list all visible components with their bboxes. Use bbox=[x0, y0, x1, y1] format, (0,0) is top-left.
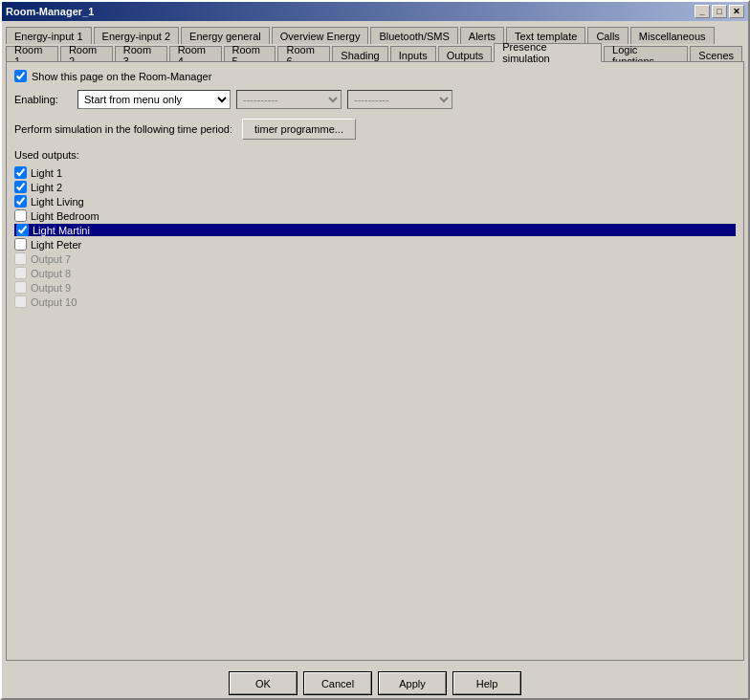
list-item: Output 7 bbox=[14, 252, 736, 265]
tab-energy-input-1[interactable]: Energy-input 1 bbox=[6, 27, 92, 44]
tab-overview-energy[interactable]: Overview Energy bbox=[272, 27, 369, 44]
list-item: Output 8 bbox=[14, 267, 736, 279]
list-item: Light Martini bbox=[14, 224, 736, 236]
output-checkbox-light-bedroom[interactable] bbox=[14, 209, 27, 222]
cancel-button[interactable]: Cancel bbox=[304, 672, 371, 694]
output-checkbox-output-9[interactable] bbox=[14, 281, 27, 294]
output-checkbox-output-8[interactable] bbox=[14, 267, 27, 279]
ok-button[interactable]: OK bbox=[230, 672, 297, 694]
show-page-row: Show this page on the Room-Manager bbox=[14, 70, 736, 82]
output-checkbox-light-2[interactable] bbox=[14, 181, 27, 193]
timer-programme-button[interactable]: timer programme... bbox=[242, 119, 356, 140]
time-period-row: Perform simulation in the following time… bbox=[14, 119, 736, 140]
output-label: Light Bedroom bbox=[31, 210, 99, 222]
show-page-checkbox[interactable] bbox=[14, 70, 27, 82]
enabling-row: Enabling: Start from menu onlyAlwaysFrom… bbox=[14, 90, 736, 109]
time-period-text: Perform simulation in the following time… bbox=[14, 123, 232, 135]
output-label: Light Living bbox=[31, 196, 84, 208]
outputs-list: Light 1Light 2Light LivingLight BedroomL… bbox=[14, 166, 736, 310]
output-checkbox-output-10[interactable] bbox=[14, 295, 27, 308]
content-area: Energy-input 1Energy-input 2Energy gener… bbox=[2, 21, 748, 665]
list-item: Light 1 bbox=[14, 166, 736, 179]
output-checkbox-light-martini[interactable] bbox=[16, 224, 29, 236]
list-item: Light 2 bbox=[14, 181, 736, 193]
maximize-button[interactable]: □ bbox=[712, 5, 727, 18]
output-label: Light Peter bbox=[31, 239, 81, 251]
output-checkbox-light-1[interactable] bbox=[14, 166, 27, 179]
close-button[interactable]: ✕ bbox=[729, 5, 744, 18]
output-label: Output 8 bbox=[31, 268, 71, 279]
tab-alerts[interactable]: Alerts bbox=[460, 27, 504, 44]
enabling-dropdown-3[interactable]: ---------- bbox=[347, 90, 452, 109]
output-label: Light 1 bbox=[31, 167, 62, 179]
output-label: Output 10 bbox=[31, 296, 77, 308]
minimize-button[interactable]: _ bbox=[695, 5, 710, 18]
tab-miscellaneous[interactable]: Miscellaneous bbox=[630, 27, 715, 44]
enabling-dropdown-2[interactable]: ---------- bbox=[236, 90, 342, 109]
show-page-label: Show this page on the Room-Manager bbox=[32, 71, 211, 82]
output-label: Light Martini bbox=[33, 225, 90, 236]
tab-presence-simulation[interactable]: Presence simulation bbox=[494, 43, 602, 62]
tab-bluetooth-sms[interactable]: Bluetooth/SMS bbox=[370, 27, 457, 44]
tab-calls[interactable]: Calls bbox=[587, 27, 628, 44]
output-label: Output 9 bbox=[31, 282, 71, 294]
tab-energy-input-2[interactable]: Energy-input 2 bbox=[94, 27, 180, 44]
output-checkbox-output-7[interactable] bbox=[14, 252, 27, 265]
list-item: Light Peter bbox=[14, 238, 736, 251]
apply-button[interactable]: Apply bbox=[379, 672, 446, 694]
bottom-bar: OK Cancel Apply Help bbox=[2, 665, 748, 698]
tabs-row-2: Room 1Room 2Room 3Room 4Room 5Room 6Shad… bbox=[6, 42, 744, 61]
output-label: Output 7 bbox=[31, 253, 71, 265]
window-title: Room-Manager_1 bbox=[6, 6, 94, 17]
list-item: Light Living bbox=[14, 195, 736, 208]
output-label: Light 2 bbox=[31, 182, 62, 193]
title-bar-buttons: _ □ ✕ bbox=[695, 5, 744, 18]
used-outputs-label: Used outputs: bbox=[14, 149, 736, 161]
enabling-label: Enabling: bbox=[14, 94, 72, 105]
output-checkbox-light-peter[interactable] bbox=[14, 238, 27, 251]
enabling-dropdown[interactable]: Start from menu onlyAlwaysFrom inputSche… bbox=[77, 90, 231, 109]
tab-panel: Show this page on the Room-Manager Enabl… bbox=[6, 61, 744, 661]
list-item: Output 10 bbox=[14, 295, 736, 308]
tabs-row-1: Energy-input 1Energy-input 2Energy gener… bbox=[6, 25, 744, 42]
tab-energy-general[interactable]: Energy general bbox=[181, 27, 270, 44]
list-item: Output 9 bbox=[14, 281, 736, 294]
title-bar: Room-Manager_1 _ □ ✕ bbox=[2, 2, 748, 21]
output-checkbox-light-living[interactable] bbox=[14, 195, 27, 208]
main-window: Room-Manager_1 _ □ ✕ Energy-input 1Energ… bbox=[0, 0, 750, 700]
list-item: Light Bedroom bbox=[14, 209, 736, 222]
help-button[interactable]: Help bbox=[453, 672, 520, 694]
